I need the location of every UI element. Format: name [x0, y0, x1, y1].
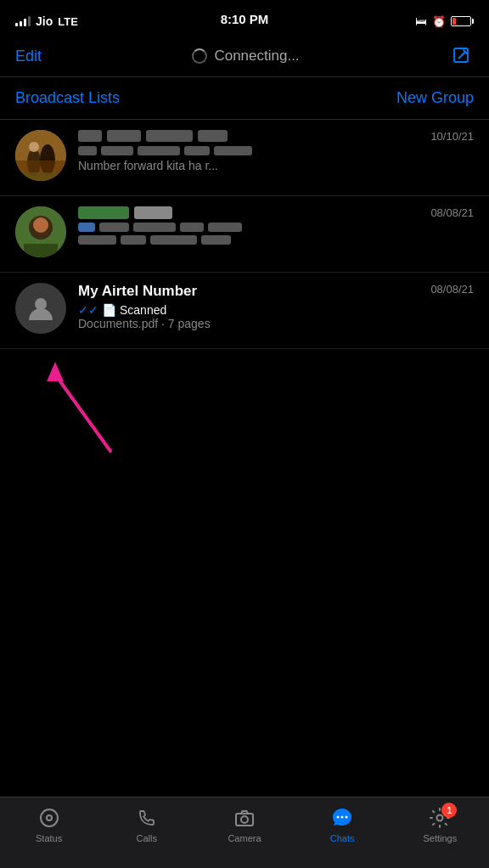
- svg-point-8: [33, 217, 48, 233]
- chats-tab-icon: [330, 806, 354, 830]
- chat-item-2[interactable]: 08/08/21: [0, 196, 489, 273]
- calls-tab-label: Calls: [137, 833, 157, 843]
- broadcast-lists-button[interactable]: Broadcast Lists: [15, 89, 120, 107]
- tab-item-camera[interactable]: Camera: [202, 806, 287, 843]
- settings-tab-icon: 1: [428, 806, 452, 830]
- chat-name-3: My Airtel Number: [78, 283, 424, 300]
- chat-content-3: My Airtel Number 08/08/21 ✓✓ 📄 Scanned D…: [78, 283, 474, 330]
- status-bar: Jio LTE 8:10 PM 🛏 ⏰: [0, 0, 489, 37]
- chat-item-3[interactable]: My Airtel Number 08/08/21 ✓✓ 📄 Scanned D…: [0, 273, 489, 349]
- chat-preview-row1-2: [78, 223, 474, 232]
- chat-content-2: 08/08/21: [78, 206, 474, 248]
- svg-point-19: [346, 816, 348, 819]
- chat-item-1[interactable]: 10/10/21 Number forward kita ha r...: [0, 120, 489, 196]
- tab-item-settings[interactable]: 1 Settings: [397, 806, 482, 843]
- signal-bar-2: [20, 21, 22, 26]
- bed-icon: 🛏: [415, 14, 427, 28]
- arrow-annotation: [0, 358, 489, 459]
- camera-icon: [233, 807, 256, 829]
- settings-badge: 1: [441, 803, 457, 818]
- connecting-spinner: [192, 48, 207, 64]
- chat-preview-1: Number forward kita ha r...: [78, 159, 474, 172]
- avatar-2: [15, 206, 66, 257]
- chat-top-1: 10/10/21: [78, 130, 474, 143]
- status-icon: [38, 807, 60, 829]
- status-tab-label: Status: [36, 833, 62, 843]
- calls-tab-icon: [135, 806, 159, 830]
- arrow-svg: [17, 358, 136, 459]
- svg-rect-5: [24, 172, 58, 181]
- chat-top-3: My Airtel Number 08/08/21: [78, 283, 474, 300]
- signal-bar-3: [24, 19, 26, 26]
- signal-bar-4: [28, 16, 31, 26]
- avatar-3: [15, 283, 66, 334]
- chat-preview-text-1: Number forward kita ha r...: [78, 159, 218, 172]
- status-left: Jio LTE: [15, 14, 78, 28]
- svg-point-4: [29, 142, 39, 152]
- svg-rect-9: [24, 244, 58, 257]
- chat-preview-row1-1: [78, 146, 474, 155]
- connecting-label: Connecting...: [214, 48, 299, 65]
- chat-preview-3: ✓✓ 📄 Scanned: [78, 303, 474, 317]
- battery-indicator: [451, 16, 474, 26]
- svg-marker-12: [47, 362, 64, 381]
- person-icon: [25, 293, 56, 324]
- chat-preview-row2-2: [78, 235, 474, 245]
- svg-point-13: [41, 809, 58, 826]
- main-content: 10/10/21 Number forward kita ha r...: [0, 120, 489, 531]
- svg-point-17: [337, 816, 340, 819]
- preview-scanned: Scanned: [120, 303, 166, 317]
- calls-icon: [136, 807, 158, 829]
- tab-item-calls[interactable]: Calls: [104, 806, 189, 843]
- svg-point-10: [35, 298, 47, 310]
- header: Edit Connecting...: [0, 37, 489, 77]
- chat-name-1: [78, 130, 228, 142]
- chat-name-2: [78, 206, 172, 219]
- status-tab-icon: [37, 806, 61, 830]
- tab-item-chats[interactable]: Chats: [300, 806, 385, 843]
- chat-date-1: 10/10/21: [430, 130, 474, 143]
- header-center: Connecting...: [192, 48, 299, 65]
- avatar-image-1: [15, 130, 66, 181]
- chats-tab-label: Chats: [330, 833, 355, 843]
- doc-icon: 📄: [102, 303, 116, 317]
- svg-point-2: [27, 149, 41, 176]
- chats-icon: [330, 806, 354, 830]
- chat-date-3: 08/08/21: [430, 283, 474, 296]
- svg-point-18: [341, 816, 344, 819]
- status-right: 🛏 ⏰: [415, 14, 474, 28]
- svg-line-11: [55, 375, 110, 451]
- status-time: 8:10 PM: [221, 12, 269, 26]
- alarm-icon: ⏰: [432, 15, 446, 28]
- chat-top-2: 08/08/21: [78, 206, 474, 219]
- network-label: LTE: [58, 15, 78, 28]
- compose-icon: [452, 47, 471, 65]
- new-group-button[interactable]: New Group: [396, 89, 474, 107]
- chat-doc-preview-3: Documents.pdf · 7 pages: [78, 317, 474, 330]
- settings-tab-label: Settings: [423, 833, 457, 843]
- chat-content-1: 10/10/21 Number forward kita ha r...: [78, 130, 474, 172]
- double-tick-icon: ✓✓: [78, 303, 98, 317]
- svg-point-14: [47, 815, 52, 820]
- compose-button[interactable]: [450, 44, 474, 68]
- edit-button[interactable]: Edit: [15, 48, 42, 65]
- svg-point-20: [437, 815, 443, 821]
- signal-bars: [15, 16, 31, 26]
- svg-point-3: [40, 144, 55, 175]
- avatar-1: [15, 130, 66, 181]
- svg-point-16: [241, 816, 248, 823]
- avatar-image-2: [15, 206, 66, 257]
- camera-tab-label: Camera: [228, 833, 261, 843]
- tab-item-status[interactable]: Status: [7, 806, 92, 843]
- signal-bar-1: [15, 23, 18, 26]
- tab-bar: Status Calls Camera: [0, 797, 489, 868]
- camera-tab-icon: [233, 806, 256, 830]
- subheader: Broadcast Lists New Group: [0, 77, 489, 120]
- preview-doc-text: Documents.pdf · 7 pages: [78, 317, 211, 330]
- carrier-label: Jio: [36, 14, 53, 28]
- chat-date-2: 08/08/21: [430, 206, 474, 219]
